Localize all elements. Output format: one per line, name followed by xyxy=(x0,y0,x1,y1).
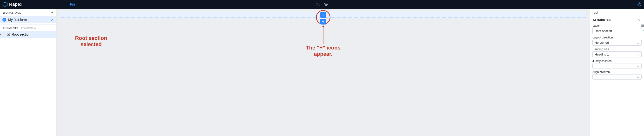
chevron-down-icon xyxy=(50,11,54,14)
layout-direction-select[interactable]: Horizontal xyxy=(592,40,642,46)
attr-layout-dir-label: Layout direction xyxy=(592,36,642,39)
tree-item-root-section[interactable]: Root section xyxy=(0,31,56,38)
left-panel: WORKSPACE My first form ELEMENTS OVERVIE… xyxy=(0,9,57,136)
attr-label-label: Label xyxy=(592,24,637,27)
annotation-plus-appear: The “+” icons appear. xyxy=(293,45,353,58)
tab-elements[interactable]: ELEMENTS xyxy=(3,27,18,30)
dropdown-icon xyxy=(636,41,640,44)
chevron-right-icon xyxy=(2,33,5,36)
file-menu[interactable]: File xyxy=(70,2,76,6)
brand-name: Rapid xyxy=(9,2,22,7)
heading-size-value: Heading 1 xyxy=(594,53,609,56)
svg-marker-0 xyxy=(3,2,7,6)
dropdown-icon xyxy=(636,65,640,67)
label-input[interactable] xyxy=(592,28,637,34)
magic-wand-icon[interactable] xyxy=(316,2,320,6)
sun-icon[interactable] xyxy=(637,2,642,6)
workspace-item[interactable]: My first form xyxy=(0,16,56,23)
svg-line-9 xyxy=(638,5,638,5)
justify-children-select[interactable] xyxy=(592,63,642,68)
add-inside-button[interactable] xyxy=(320,12,326,18)
attr-showlabel-label: Show label xyxy=(641,24,644,27)
show-label-yes[interactable]: Yes xyxy=(641,28,644,33)
topbar-right xyxy=(637,2,642,6)
left-tabs: ELEMENTS OVERVIEW xyxy=(0,24,56,31)
svg-marker-23 xyxy=(322,25,324,27)
align-children-select[interactable] xyxy=(592,74,642,79)
brand-logo-icon xyxy=(2,2,8,7)
show-label-toggle: Yes No xyxy=(641,28,644,33)
attr-heading-size-label: Heading size xyxy=(592,48,642,51)
check-circle-icon xyxy=(2,18,6,22)
topbar-center-tools xyxy=(316,2,328,6)
svg-line-8 xyxy=(640,5,641,5)
tab-overview[interactable]: OVERVIEW xyxy=(21,27,36,30)
tree-item-label: Root section xyxy=(12,32,30,36)
svg-line-10 xyxy=(640,3,641,3)
label-row: Label Show label Yes No xyxy=(592,24,642,34)
heading-size-select[interactable]: Heading 1 xyxy=(592,51,642,58)
annotation-arrow-up xyxy=(322,25,325,45)
dropdown-icon xyxy=(636,53,640,56)
svg-point-1 xyxy=(325,4,326,5)
section-icon xyxy=(7,33,10,36)
attributes-header-label: ATTRIBUTES xyxy=(593,18,611,21)
app-topbar: Rapid File xyxy=(0,0,644,9)
right-panel: root ATTRIBUTES Label Show label Yes xyxy=(590,9,644,136)
attributes-header[interactable]: ATTRIBUTES xyxy=(592,16,642,23)
attr-justify-label: Justify children xyxy=(592,59,642,63)
annotation-arrow-icon xyxy=(322,25,325,44)
add-after-button[interactable] xyxy=(320,19,326,24)
svg-line-7 xyxy=(638,3,638,3)
workspace-item-label: My first form xyxy=(8,18,27,22)
chevron-down-icon xyxy=(638,18,641,22)
layout-direction-value: Horizontal xyxy=(594,41,609,44)
annotation-arrow-icon xyxy=(0,33,1,36)
eye-icon[interactable] xyxy=(324,2,328,6)
add-buttons-stack xyxy=(320,12,326,24)
close-icon[interactable] xyxy=(50,18,54,21)
svg-point-2 xyxy=(639,3,640,5)
canvas[interactable]: Root section selected The “+” icons appe… xyxy=(57,9,590,136)
dropdown-icon xyxy=(636,75,640,78)
attr-align-label: Align children xyxy=(592,70,642,74)
workspace-header-label: WORKSPACE xyxy=(3,11,21,14)
workspace-header[interactable]: WORKSPACE xyxy=(0,9,56,16)
brand: Rapid xyxy=(2,2,22,7)
selection-title: root xyxy=(592,10,642,15)
main-area: WORKSPACE My first form ELEMENTS OVERVIE… xyxy=(0,9,644,136)
annotation-root-selected: Root section selected xyxy=(61,35,121,48)
check-icon xyxy=(643,29,644,32)
plus-icon xyxy=(322,20,325,23)
plus-icon xyxy=(322,13,325,17)
